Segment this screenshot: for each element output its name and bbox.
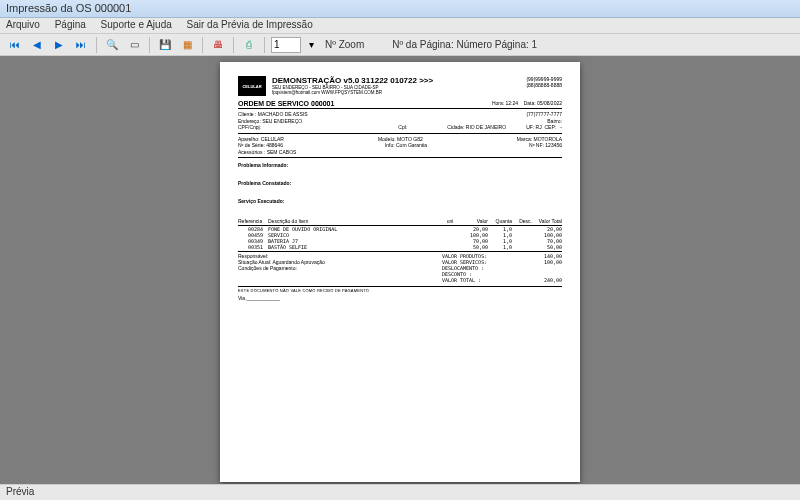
cidade-label: Cidade: xyxy=(447,124,464,131)
zoom-label: Nº Zoom xyxy=(325,39,364,50)
menu-suporte[interactable]: Suporte e Ajuda xyxy=(101,19,172,30)
condicoes: Condições de Pagamento: xyxy=(238,265,442,271)
info-label: Info: xyxy=(385,142,395,149)
col-quant: Quanta xyxy=(488,218,512,224)
doc-phone2: (88)88888-8888 xyxy=(526,82,562,88)
save-icon[interactable]: 💾 xyxy=(156,36,174,54)
window-titlebar: Impressão da OS 000001 xyxy=(0,0,800,18)
nav-last-icon[interactable]: ⏭ xyxy=(72,36,90,54)
separator xyxy=(233,37,234,53)
col-valor: Valor xyxy=(460,218,488,224)
nf-label: Nº NF: xyxy=(529,142,544,149)
nf: 123456 xyxy=(545,142,562,149)
os-hora: Hora: 12:24 xyxy=(492,100,518,106)
os-data: Data: 05/08/2022 xyxy=(524,100,562,106)
cep-label: CEP: xyxy=(544,124,556,131)
menu-sair[interactable]: Sair da Prévia de Impressão xyxy=(187,19,313,30)
nav-next-icon[interactable]: ▶ xyxy=(50,36,68,54)
menu-arquivo[interactable]: Arquivo xyxy=(6,19,40,30)
item-row: 00351BASTÃO SELFIE50,001,050,00 xyxy=(238,244,562,250)
col-ref: Referencia xyxy=(238,218,268,224)
total-row: VALOR TOTAL :240,00 xyxy=(442,277,562,283)
toolbar: ⏮ ◀ ▶ ⏭ 🔍 ▭ 💾 ▦ 🖶 ⎙ ▾ Nº Zoom Nº da Pági… xyxy=(0,34,800,56)
preview-viewport[interactable]: CELULAR DEMONSTRAÇÃO v5.0 311222 010722 … xyxy=(0,56,800,484)
col-uni: uni xyxy=(440,218,460,224)
separator xyxy=(96,37,97,53)
col-desc: Descrição do Item xyxy=(268,218,440,224)
totals-block: Responsável: Situação Atual: Aguardando … xyxy=(238,253,562,283)
page-icon[interactable]: ▭ xyxy=(125,36,143,54)
company-logo: CELULAR xyxy=(238,76,266,96)
items-header: Referencia Descrição do Item uni Valor Q… xyxy=(238,218,562,226)
cpf-label: CPF/Cnpj: xyxy=(238,124,261,131)
dropdown-icon[interactable]: ▾ xyxy=(305,36,317,54)
os-title: ORDEM DE SERVICO 000001 xyxy=(238,100,334,107)
nav-first-icon[interactable]: ⏮ xyxy=(6,36,24,54)
acess: SEM CABOS xyxy=(267,149,297,156)
page-number-input[interactable] xyxy=(271,37,301,53)
info-val: Com Garantia xyxy=(396,142,427,149)
cep: - xyxy=(560,124,562,131)
cidade: RIO DE JANEIRO xyxy=(466,124,506,131)
doc-header-title: DEMONSTRAÇÃO v5.0 311222 010722 >>> xyxy=(272,76,520,85)
col-total: Valor Total xyxy=(532,218,562,224)
acess-label: Acessórios : xyxy=(238,149,265,156)
menu-bar: Arquivo Página Suporte e Ajuda Sair da P… xyxy=(0,18,800,34)
nav-prev-icon[interactable]: ◀ xyxy=(28,36,46,54)
print-icon[interactable]: 🖶 xyxy=(209,36,227,54)
col-desc2: Desc. xyxy=(512,218,532,224)
document-page: CELULAR DEMONSTRAÇÃO v5.0 311222 010722 … xyxy=(220,62,580,482)
status-text: Prévia xyxy=(6,486,34,497)
window-title: Impressão da OS 000001 xyxy=(6,2,131,14)
os-title-row: ORDEM DE SERVICO 000001 Hora: 12:24 Data… xyxy=(238,100,562,109)
status-bar: Prévia xyxy=(0,484,800,500)
page-indicator: Nº da Página: Número Página: 1 xyxy=(392,39,537,50)
doc-footer-note: ESTE DOCUMENTO NÃO VALE COMO RECIBO DE P… xyxy=(238,286,562,293)
menu-pagina[interactable]: Página xyxy=(55,19,86,30)
cpl-label: Cpl: xyxy=(398,124,407,131)
items-body: 00284FONE DE OUVIDO ORIGINAL20,001,020,0… xyxy=(238,226,562,250)
client-block: Cliente : MACHADO DE ASSIS (77)77777-777… xyxy=(238,111,562,134)
device-block: Aparelho: CELULAR Modelo: MOTO G82 Marca… xyxy=(238,136,562,159)
separator xyxy=(202,37,203,53)
export-icon[interactable]: ⎙ xyxy=(240,36,258,54)
separator xyxy=(264,37,265,53)
open-icon[interactable]: ▦ xyxy=(178,36,196,54)
signature-line: Via.____________ xyxy=(238,295,562,301)
zoom-icon[interactable]: 🔍 xyxy=(103,36,121,54)
separator xyxy=(149,37,150,53)
doc-header-contact: fpqsistem@hotmail.com WWW.FPQSYSTEM.COM.… xyxy=(272,90,520,95)
uf-label: UF: xyxy=(526,124,534,131)
uf: RJ xyxy=(536,124,542,131)
